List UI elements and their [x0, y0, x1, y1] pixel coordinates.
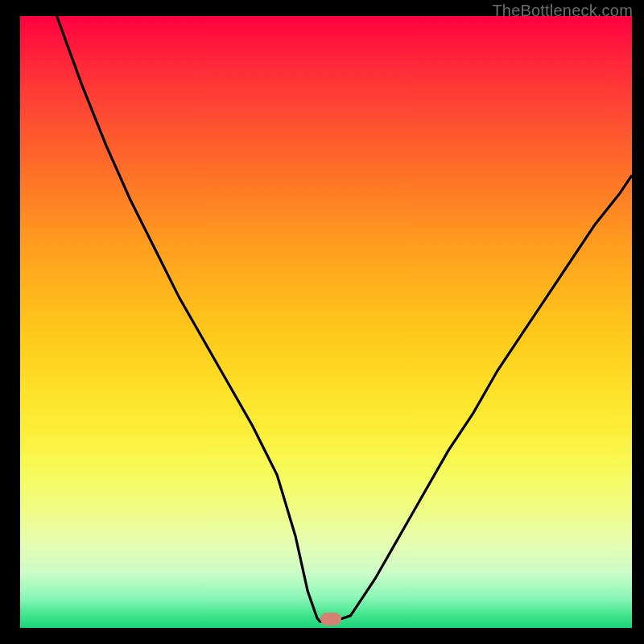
curve-path	[57, 16, 632, 621]
chart-frame: TheBottleneck.com	[0, 0, 644, 644]
minimum-marker	[320, 613, 341, 625]
watermark-text: TheBottleneck.com	[492, 2, 633, 20]
bottleneck-curve	[20, 16, 632, 628]
plot-area	[20, 16, 632, 628]
